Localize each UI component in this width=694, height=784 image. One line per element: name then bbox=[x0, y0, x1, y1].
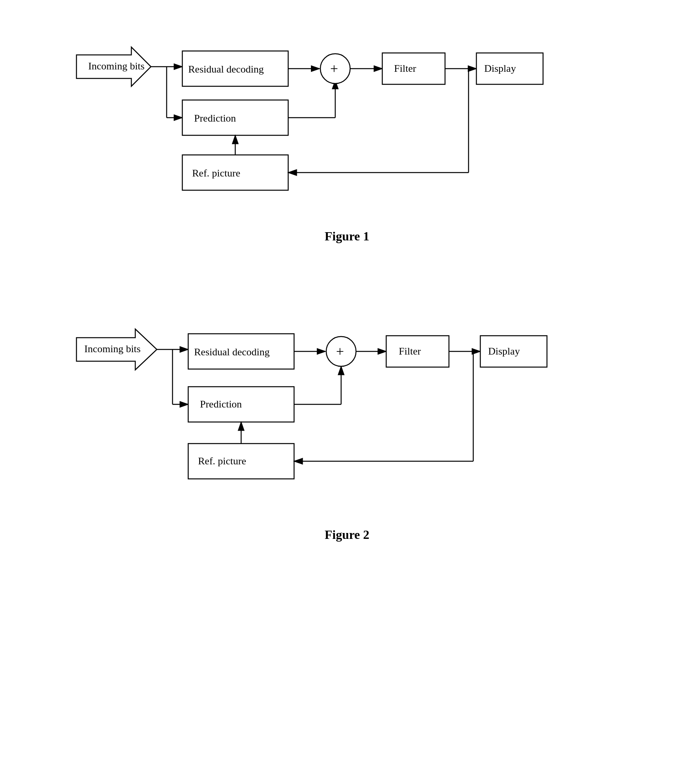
figure2-label: Figure 2 bbox=[53, 528, 641, 542]
residual-decoding-label: Residual decoding bbox=[188, 64, 264, 75]
plus-label: + bbox=[330, 61, 338, 76]
figure2-svg: Incoming bits Residual decoding Predicti… bbox=[53, 298, 641, 518]
ref-picture-label: Ref. picture bbox=[192, 167, 240, 179]
figure1-container: Incoming bits Residual decoding Predicti… bbox=[53, 16, 641, 259]
figure1-svg: Incoming bits Residual decoding Predicti… bbox=[53, 16, 641, 220]
page: Incoming bits Residual decoding Predicti… bbox=[0, 0, 694, 784]
filter-label2: Filter bbox=[399, 346, 421, 357]
plus-label2: + bbox=[336, 344, 344, 359]
prediction-label2: Prediction bbox=[200, 398, 242, 410]
residual-decoding-label2: Residual decoding bbox=[194, 346, 270, 358]
incoming-bits-label: Incoming bits bbox=[88, 60, 145, 72]
figure1-label: Figure 1 bbox=[53, 229, 641, 244]
prediction-label: Prediction bbox=[194, 113, 236, 124]
display-label: Display bbox=[484, 63, 516, 74]
figure2-container: Incoming bits Residual decoding Predicti… bbox=[53, 298, 641, 558]
display-label2: Display bbox=[488, 346, 520, 357]
ref-picture-label2: Ref. picture bbox=[198, 455, 246, 467]
filter-label: Filter bbox=[394, 63, 416, 74]
incoming-bits-label2: Incoming bits bbox=[84, 343, 141, 355]
